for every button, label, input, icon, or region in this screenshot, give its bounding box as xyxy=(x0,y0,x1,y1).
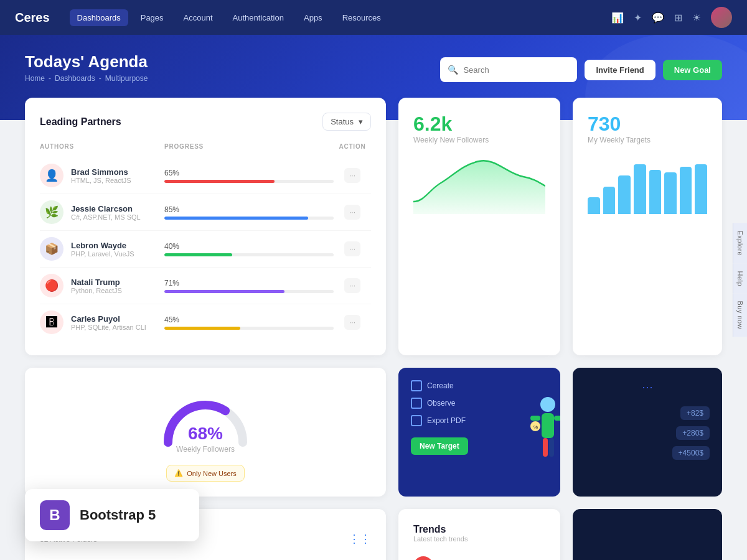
folders-dots-icon[interactable]: ⋮⋮ xyxy=(349,532,371,546)
targets-number: 730 xyxy=(588,113,707,136)
bar xyxy=(588,197,600,214)
nav-account[interactable]: Account xyxy=(176,9,220,26)
targets-label: My Weekly Targets xyxy=(588,136,707,144)
promo-item-icon xyxy=(411,380,422,391)
bar xyxy=(634,164,646,214)
sun-icon[interactable]: ☀ xyxy=(692,12,701,24)
partner-avatar: 👤 xyxy=(40,164,63,187)
list-item: P Top Authors Mark, Rowling, Esther xyxy=(413,551,545,560)
help-label[interactable]: Help xyxy=(733,263,747,294)
new-goal-button[interactable]: New Goal xyxy=(663,60,722,80)
bootstrap-overlay: B Bootstrap 5 xyxy=(25,489,199,541)
partner-avatar: 📦 xyxy=(40,237,63,261)
partner-progress: 40% xyxy=(164,242,334,256)
bar-chart-icon[interactable]: 📊 xyxy=(611,12,624,24)
col-headers: AUTHORS PROGRESS ACTION xyxy=(40,143,371,150)
progress-bar-fill xyxy=(164,180,275,183)
promo-item-text: Cereate xyxy=(427,381,454,390)
dark-stats-card: ⋯ +82$+280$+4500$ xyxy=(573,368,722,497)
promo-item-icon xyxy=(411,415,422,426)
partner-name: Jessie Clarcson xyxy=(71,204,164,213)
banner-controls: 🔍 Invite Friend New Goal xyxy=(440,57,722,82)
nav-authentication[interactable]: Authentication xyxy=(225,9,291,26)
breadcrumb-dashboards: Dashboards xyxy=(55,74,95,83)
partner-name: Carles Puyol xyxy=(71,314,164,324)
promo-figure: % xyxy=(510,368,560,497)
new-users-text: Only New Users xyxy=(187,470,236,477)
bar xyxy=(649,170,662,214)
progress-bar-background xyxy=(164,290,334,293)
action-dots-button[interactable]: ··· xyxy=(344,278,360,293)
warning-icon: ⚠️ xyxy=(174,469,183,477)
promo-item-text: Observe xyxy=(427,399,455,408)
partner-action: ··· xyxy=(334,241,371,256)
trends-title: Trends xyxy=(413,524,545,535)
search-box[interactable]: 🔍 xyxy=(440,57,577,82)
bar xyxy=(618,175,631,214)
trend-icon: P xyxy=(413,556,433,560)
chat-icon[interactable]: 💬 xyxy=(652,12,664,24)
nav-apps[interactable]: Apps xyxy=(296,9,330,26)
sparkle-icon[interactable]: ✦ xyxy=(634,12,642,24)
partner-progress: 45% xyxy=(164,315,334,330)
progress-percent: 71% xyxy=(164,279,334,287)
table-row: 🔴 Natali Trump Python, ReactJS 71% ··· xyxy=(40,268,371,304)
partner-skills: C#, ASP.NET, MS SQL xyxy=(71,213,164,221)
search-input[interactable] xyxy=(463,65,570,75)
followers-label: Weekly New Followers xyxy=(413,136,545,144)
partner-progress: 71% xyxy=(164,279,334,293)
partner-action: ··· xyxy=(334,278,371,293)
svg-rect-5 xyxy=(549,438,554,457)
followers-card: 6.2k Weekly New Followers xyxy=(398,98,560,355)
bar xyxy=(603,187,616,214)
brand: Ceres xyxy=(15,11,50,25)
nav-pages[interactable]: Pages xyxy=(133,9,171,26)
action-dots-button[interactable]: ··· xyxy=(344,205,360,220)
dark-dots: ⋯ xyxy=(585,380,710,394)
trends-list: P Top Authors Mark, Rowling, Esther T Po… xyxy=(413,551,545,560)
partner-name: Lebron Wayde xyxy=(71,241,164,250)
partner-name: Natali Trump xyxy=(71,278,164,287)
partner-avatar: 🌿 xyxy=(40,200,63,224)
chevron-down-icon: ▾ xyxy=(359,117,363,126)
gauge-percentage: 68% xyxy=(176,424,235,444)
avatar[interactable] xyxy=(711,7,732,28)
search-icon: 🔍 xyxy=(448,65,458,75)
leading-partners-title: Leading Partners xyxy=(40,116,121,128)
dark-bar-row: +4500$ xyxy=(585,446,710,460)
grid-icon[interactable]: ⊞ xyxy=(674,12,682,24)
partner-skills: PHP, SQLite, Artisan CLI xyxy=(71,324,164,331)
partner-progress: 85% xyxy=(164,205,334,220)
progress-bar-background xyxy=(164,217,334,220)
partner-skills: HTML, JS, ReactJS xyxy=(71,177,164,184)
progress-percent: 65% xyxy=(164,169,334,177)
trend-info: Top Authors Mark, Rowling, Esther xyxy=(439,558,507,561)
action-dots-button[interactable]: ··· xyxy=(344,315,360,330)
buy-now-label[interactable]: Buy now xyxy=(733,294,747,337)
progress-bar-background xyxy=(164,327,334,330)
gauge-label: Weekly Followers xyxy=(176,445,235,454)
partner-progress: 65% xyxy=(164,169,334,183)
partner-info: Brad Simmons HTML, JS, ReactJS xyxy=(71,167,164,184)
partner-action: ··· xyxy=(334,168,371,183)
svg-point-0 xyxy=(540,397,555,412)
gauge-wrap: 68% Weekly Followers xyxy=(156,383,255,459)
nav-resources[interactable]: Resources xyxy=(335,9,388,26)
invite-friend-button[interactable]: Invite Friend xyxy=(585,60,655,80)
trends-subtitle: Latest tech trends xyxy=(413,535,545,543)
leading-partners-card: Leading Partners Status ▾ AUTHORS PROGRE… xyxy=(25,98,386,355)
explore-label[interactable]: Explore xyxy=(733,223,747,263)
action-dots-button[interactable]: ··· xyxy=(344,168,360,183)
table-row: 👤 Brad Simmons HTML, JS, ReactJS 65% ··· xyxy=(40,157,371,194)
partner-info: Carles Puyol PHP, SQLite, Artisan CLI xyxy=(71,314,164,331)
new-target-button[interactable]: New Target xyxy=(411,437,468,455)
nav-dashboards[interactable]: Dashboards xyxy=(70,9,128,26)
dark-bar-row: +280$ xyxy=(585,426,710,440)
breadcrumb-multipurpose: Multipurpose xyxy=(105,74,148,83)
new-users-badge: ⚠️ Only New Users xyxy=(166,465,244,482)
trends-card: Trends Latest tech trends P Top Authors … xyxy=(398,509,560,560)
followers-chart xyxy=(413,152,545,214)
status-dropdown[interactable]: Status ▾ xyxy=(322,113,371,131)
dark-bar-label: +4500$ xyxy=(672,446,710,460)
action-dots-button[interactable]: ··· xyxy=(344,241,360,256)
